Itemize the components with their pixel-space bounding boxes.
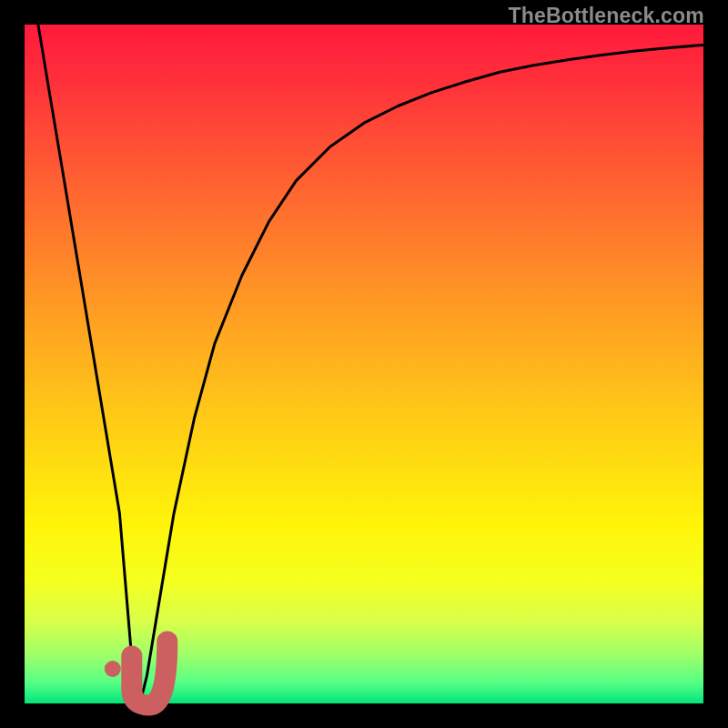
optimum-j-marker [132, 642, 167, 705]
curve-layer [25, 25, 703, 703]
bottleneck-curve [38, 25, 703, 703]
optimum-dot [105, 661, 121, 677]
chart-frame: TheBottleneck.com [0, 0, 728, 728]
watermark-label: TheBottleneck.com [508, 4, 704, 28]
